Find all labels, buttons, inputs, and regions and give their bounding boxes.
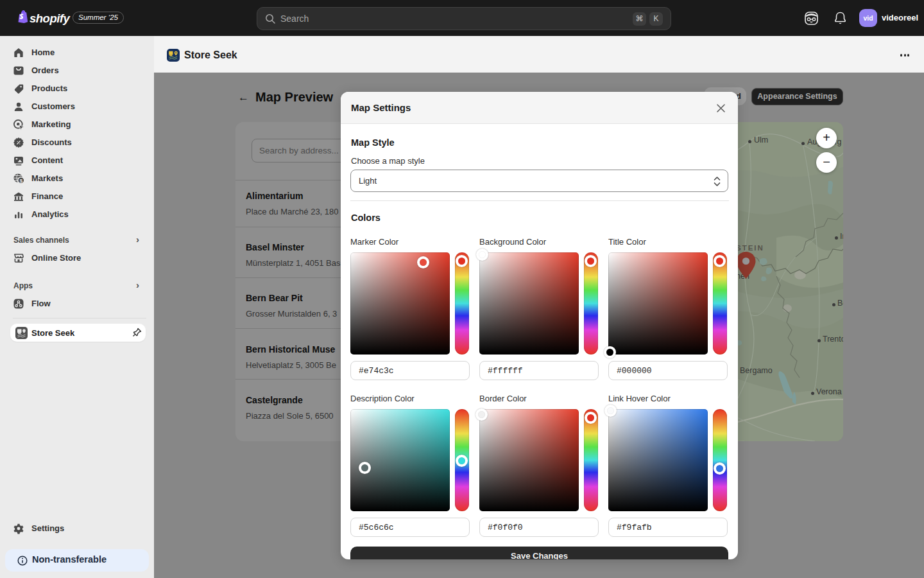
svg-text:$: $ <box>20 177 23 183</box>
